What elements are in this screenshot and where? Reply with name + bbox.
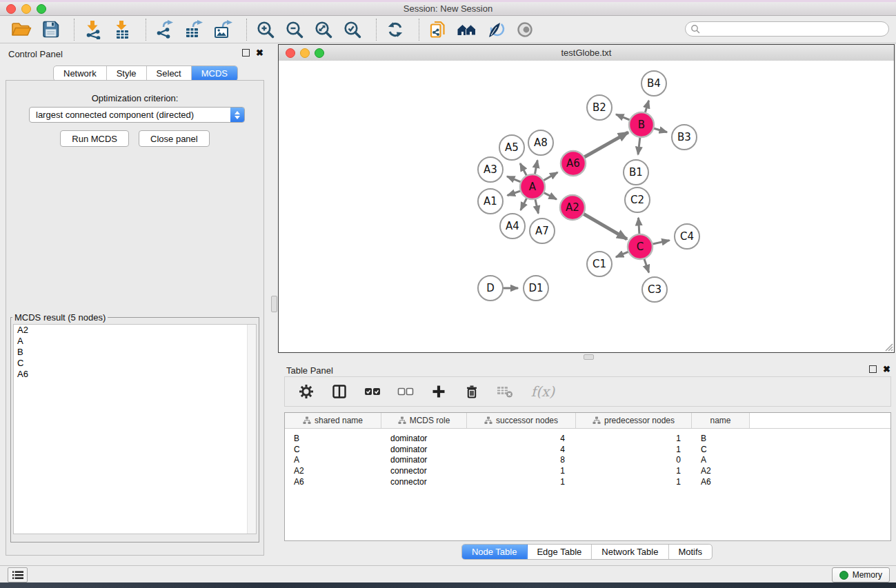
table-cell[interactable]: 1 [576,466,692,476]
memory-button[interactable]: Memory [832,567,890,582]
table-cell[interactable]: 4 [467,434,576,443]
table-cell[interactable]: dominator [381,445,467,454]
table-cell[interactable]: A6 [692,477,750,487]
mcds-result-item[interactable]: A6 [14,369,256,380]
float-panel-icon[interactable] [242,49,250,57]
refresh-button[interactable] [384,19,407,41]
table-cell[interactable]: B [285,434,381,443]
table-cell[interactable]: A2 [692,466,750,476]
run-mcds-button[interactable]: Run MCDS [60,130,129,147]
mcds-result-item[interactable]: C [14,358,256,369]
close-panel-button[interactable]: Close panel [139,130,210,147]
create-column-button[interactable] [430,383,448,401]
toolbar-search-input[interactable] [703,22,888,36]
save-session-button[interactable] [39,19,62,41]
show-column-panel-button[interactable] [330,383,348,401]
table-cell[interactable]: 1 [467,466,576,476]
export-image-button[interactable] [211,19,235,41]
sketch-button[interactable] [484,19,508,41]
open-file-button[interactable] [10,19,33,41]
column-header-successor-nodes[interactable]: successor nodes [467,413,576,428]
criterion-dropdown[interactable]: largest connected component (directed) [29,107,245,123]
table-cell[interactable]: 0 [576,455,692,465]
eye-icon [516,21,535,39]
zoom-out-button[interactable] [283,19,306,41]
table-cell[interactable]: A [285,455,381,465]
delete-table-icon [497,385,513,398]
tab-node-table[interactable]: Node Table [462,545,528,559]
status-bar: Memory [0,565,896,582]
tab-mcds[interactable]: MCDS [192,66,237,81]
close-panel-icon[interactable]: ✖ [883,365,890,373]
search-field[interactable] [685,21,889,37]
table-cell[interactable]: B [692,434,750,443]
floppy-disk-icon [41,20,60,39]
close-panel-icon[interactable]: ✖ [256,49,263,57]
export-network-button[interactable] [153,19,177,41]
function-builder-button[interactable]: f(x) [529,383,557,401]
table-cell[interactable]: connector [381,466,467,476]
table-cell[interactable]: 1 [576,477,692,487]
network-view-window: testGlobe.txt AA1A2A3A4A5A6A7A8BB1B2B3B4… [278,44,895,353]
divider-grip[interactable] [584,354,594,360]
table-cell[interactable]: 1 [576,434,692,443]
tab-network[interactable]: Network [54,66,107,81]
column-header-shared-name[interactable]: shared name [285,413,381,428]
column-header-predecessor-nodes[interactable]: predecessor nodes [576,413,692,428]
export-table-button[interactable] [182,19,206,41]
dropdown-stepper-icon[interactable] [230,108,244,122]
select-all-button[interactable] [364,383,381,401]
window-resize-grip[interactable] [883,341,893,352]
mcds-result-item[interactable]: A [14,336,256,347]
table-cell[interactable]: 1 [467,477,576,487]
tab-style[interactable]: Style [107,66,147,81]
table-cell[interactable]: 4 [467,445,576,454]
table-row[interactable]: Bdominator41B [285,433,890,444]
task-history-button[interactable] [8,567,28,582]
divider-grip[interactable] [271,296,277,312]
table-cell[interactable]: A2 [285,466,381,476]
delete-table-button[interactable] [496,383,514,401]
control-panel-tabs: Network Style Select MCDS [53,65,238,81]
tab-motifs[interactable]: Motifs [668,545,712,559]
tab-network-table[interactable]: Network Table [592,545,668,559]
delete-columns-button[interactable] [463,383,481,401]
zoom-in-button[interactable] [254,19,277,41]
tab-select[interactable]: Select [147,66,192,81]
mcds-result-item[interactable]: B [14,347,256,358]
table-row[interactable]: Adominator80A [285,454,890,465]
control-panel: Control Panel ✖ Network Style Select MCD… [0,43,269,565]
table-cell[interactable]: 8 [467,455,576,465]
column-header-name[interactable]: name [692,413,750,428]
mcds-result-item[interactable]: A2 [14,325,256,336]
deselect-all-button[interactable] [397,383,415,401]
horizontal-split-divider[interactable] [278,353,896,360]
home-button[interactable] [455,19,479,41]
table-cell[interactable]: dominator [381,434,467,443]
table-row[interactable]: Cdominator41C [285,444,890,455]
table-cell[interactable]: 1 [576,445,692,454]
table-cell[interactable]: C [692,445,750,454]
zoom-selected-button[interactable] [341,19,364,41]
clone-network-button[interactable] [426,19,450,41]
mcds-result-list[interactable]: A2ABCA6 [13,324,257,534]
select-all-checkboxes-icon [364,385,381,398]
import-network-button[interactable] [81,19,105,41]
import-table-button[interactable] [110,19,134,41]
float-panel-icon[interactable] [869,365,877,373]
table-cell[interactable]: dominator [381,455,467,465]
table-cell[interactable]: C [285,445,381,454]
table-cell[interactable]: connector [381,477,467,487]
table-cell[interactable]: A [692,455,750,465]
network-canvas[interactable]: AA1A2A3A4A5A6A7A8BB1B2B3B4CC1C2C3C4DD1 [279,61,894,352]
table-row[interactable]: A6connector11A6 [285,476,890,487]
vertical-split-divider[interactable] [269,43,278,563]
table-settings-button[interactable] [297,383,315,401]
table-row[interactable]: A2connector11A2 [285,465,890,476]
list-scrollbar[interactable] [247,325,256,534]
table-cell[interactable]: A6 [285,477,381,487]
zoom-fit-button[interactable] [312,19,335,41]
tab-edge-table[interactable]: Edge Table [527,545,592,559]
show-hide-button[interactable] [513,19,537,41]
column-header-mcds-role[interactable]: MCDS role [381,413,467,428]
